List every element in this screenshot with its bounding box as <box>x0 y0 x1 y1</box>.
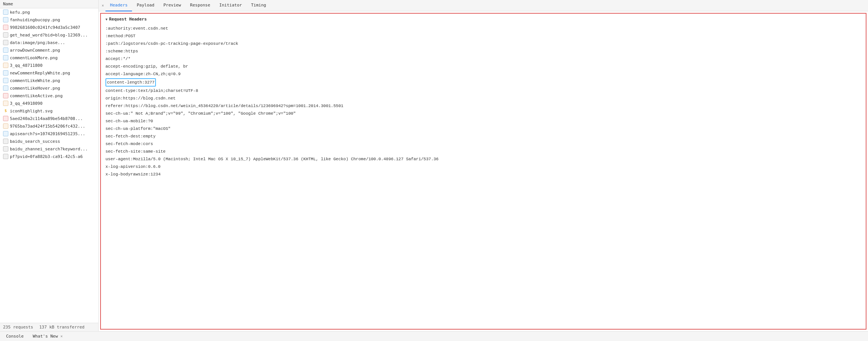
file-icon <box>3 85 8 91</box>
file-name: 9765ba73ad424f15b54206fc432... <box>10 124 85 129</box>
file-list-item[interactable]: apisearch?s=107420169451235... <box>0 130 98 137</box>
header-row: sec-fetch-mode: cors <box>105 140 861 148</box>
file-list-item[interactable]: commentLookMore.png <box>0 54 98 62</box>
whats-new-tab[interactable]: What's New × <box>30 333 66 339</box>
file-icon <box>3 139 8 144</box>
header-row: origin: https://blog.csdn.net <box>105 95 861 102</box>
detail-panel: × HeadersPayloadPreviewResponseInitiator… <box>99 0 868 331</box>
file-icon <box>3 32 8 38</box>
header-value: /logstores/csdn-pc-tracking-page-exposur… <box>121 40 238 47</box>
section-title: Request Headers <box>109 17 146 22</box>
whats-new-label: What's New <box>33 334 58 339</box>
file-list-item[interactable]: 3_qq_44918090 <box>0 99 98 107</box>
file-list-item[interactable]: baidu_search_success <box>0 137 98 145</box>
file-name: apisearch?s=107420169451235... <box>10 131 85 136</box>
file-list-item[interactable]: pf?pvid=0fa882b3-ca91-42c5-a6 <box>0 153 98 160</box>
tab-initiator[interactable]: Initiator <box>215 0 247 11</box>
header-row: :scheme: https <box>105 47 861 55</box>
file-list-item[interactable]: 9765ba73ad424f15b54206fc432... <box>0 122 98 130</box>
header-key: sec-ch-ua-mobile: <box>105 118 148 125</box>
header-value: 3277 <box>145 79 154 86</box>
file-icon <box>3 116 8 121</box>
header-key: sec-ch-ua-platform: <box>105 125 153 132</box>
file-icon <box>3 123 8 129</box>
file-name: 3_qq_44918090 <box>10 101 42 106</box>
file-list-item[interactable]: kefu.png <box>0 8 98 16</box>
whats-new-close[interactable]: × <box>60 334 63 338</box>
header-key: accept-language: <box>105 71 146 77</box>
tab-timing[interactable]: Timing <box>247 0 271 11</box>
tab-close-button[interactable]: × <box>100 3 105 8</box>
file-list-item[interactable]: commentLikeWhite.png <box>0 77 98 84</box>
header-key: :authority: <box>105 25 133 32</box>
header-row: sec-fetch-dest: empty <box>105 133 861 140</box>
file-list-item[interactable]: commentLikeActive.png <box>0 92 98 99</box>
file-list-header: Name <box>0 0 98 8</box>
header-row: :path: /logstores/csdn-pc-tracking-page-… <box>105 40 861 47</box>
header-value: ?0 <box>148 118 153 125</box>
file-icon <box>3 17 8 22</box>
file-icon <box>3 93 8 98</box>
file-list-item[interactable]: 5aed240a2c114aa89be54b8708... <box>0 115 98 122</box>
tab-headers[interactable]: Headers <box>105 0 132 11</box>
file-icon <box>3 63 8 68</box>
file-list-footer: 235 requests 137 kB transferred <box>0 323 98 331</box>
header-row: sec-ch-ua-mobile: ?0 <box>105 117 861 125</box>
tab-payload[interactable]: Payload <box>132 0 159 11</box>
file-name: fanhuidingbucopy.png <box>10 17 60 22</box>
main-container: Name kefu.pngfanhuidingbucopy.png9982681… <box>0 0 868 331</box>
file-icon <box>3 9 8 15</box>
file-list-item[interactable]: arrowDownComment.png <box>0 46 98 54</box>
file-list: kefu.pngfanhuidingbucopy.png9982681600c0… <box>0 8 98 323</box>
file-icon <box>3 154 8 159</box>
header-row: x-log-apiversion: 0.6.0 <box>105 163 861 170</box>
tab-preview[interactable]: Preview <box>159 0 186 11</box>
tabs-container: HeadersPayloadPreviewResponseInitiatorTi… <box>105 0 270 11</box>
header-value: https://blog.csdn.net <box>123 95 176 102</box>
header-row: sec-ch-ua: " Not A;Brand";v="99", "Chrom… <box>105 110 861 117</box>
file-name: get_head_word?bid=blog-12369... <box>10 33 88 38</box>
header-value: same-site <box>143 148 165 155</box>
header-row: accept-encoding: gzip, deflate, br <box>105 63 861 70</box>
file-list-item[interactable]: data:image/png;base... <box>0 39 98 46</box>
header-row: x-log-bodyrawsize: 1234 <box>105 170 861 178</box>
file-icon: S <box>3 108 8 114</box>
header-value: 1234 <box>151 171 160 178</box>
header-key: accept-encoding: <box>105 63 146 70</box>
file-list-item[interactable]: newCommentReplyWhite.png <box>0 69 98 77</box>
header-key: sec-ch-ua: <box>105 110 131 117</box>
header-key: content-length: <box>107 79 145 86</box>
file-list-item[interactable]: 3_qq_48711800 <box>0 62 98 69</box>
header-key: x-log-apiversion: <box>105 163 148 170</box>
file-name: arrowDownComment.png <box>10 48 60 53</box>
file-name: iconHighlight.svg <box>10 109 53 114</box>
file-list-item[interactable]: commentLikeHover.png <box>0 84 98 92</box>
header-row: :authority: event.csdn.net <box>105 25 861 32</box>
file-list-item[interactable]: 9982681600c0241fc94d3a5c3407 <box>0 24 98 31</box>
header-key: :method: <box>105 33 126 39</box>
file-list-item[interactable]: SiconHighlight.svg <box>0 107 98 115</box>
file-icon <box>3 70 8 76</box>
header-key: referer: <box>105 103 126 109</box>
bottom-bar: Console What's New × <box>0 331 868 341</box>
file-name: 5aed240a2c114aa89be54b8708... <box>10 116 83 121</box>
header-row: accept-language: zh-CN,zh;q=0.9 <box>105 70 861 78</box>
header-row: referer: https://blog.csdn.net/weixin_45… <box>105 102 861 110</box>
file-list-panel: Name kefu.pngfanhuidingbucopy.png9982681… <box>0 0 99 331</box>
header-value: empty <box>143 133 156 140</box>
file-name: data:image/png;base... <box>10 40 65 45</box>
tab-response[interactable]: Response <box>186 0 215 11</box>
file-list-item[interactable]: fanhuidingbucopy.png <box>0 16 98 24</box>
file-list-item[interactable]: get_head_word?bid=blog-12369... <box>0 31 98 39</box>
request-headers-section-header: ▼ Request Headers <box>105 17 861 22</box>
console-tab[interactable]: Console <box>3 333 27 339</box>
tabs-bar: × HeadersPayloadPreviewResponseInitiator… <box>99 0 868 11</box>
header-value: cors <box>143 141 153 147</box>
file-list-item[interactable]: baidu_zhannei_search?keyword... <box>0 145 98 153</box>
file-name: kefu.png <box>10 10 30 15</box>
header-value: " Not A;Brand";v="99", "Chromium";v="100… <box>131 110 296 117</box>
header-row: sec-ch-ua-platform: "macOS" <box>105 125 861 133</box>
file-name: commentLikeActive.png <box>10 93 63 98</box>
header-value: "macOS" <box>153 125 170 132</box>
header-key: x-log-bodyrawsize: <box>105 171 151 178</box>
